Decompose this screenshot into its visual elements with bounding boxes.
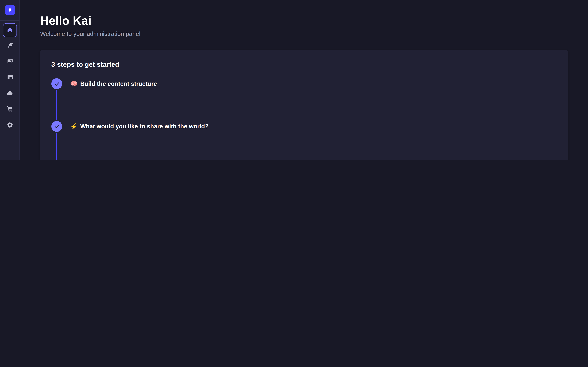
sidebar-item-deploy[interactable] [6, 89, 14, 97]
sidebar: KD [0, 0, 20, 160]
sidebar-item-settings[interactable] [6, 121, 14, 129]
page-title: Hello Kai [40, 14, 568, 27]
step-2-check-circle [52, 121, 62, 132]
cart-icon [6, 105, 14, 113]
step-1-label: 🧠Build the content structure [70, 80, 157, 88]
feather-icon [6, 42, 14, 49]
step-connector [56, 133, 57, 160]
gear-icon [6, 121, 14, 129]
strapi-admin-home: KD Hello Kai Welcome to your administrat… [0, 0, 588, 160]
lightning-emoji-icon: ⚡ [70, 123, 78, 130]
check-icon [54, 124, 60, 129]
sidebar-divider-top [0, 20, 19, 21]
sidebar-item-content-type-builder[interactable] [6, 73, 14, 81]
cloud-icon [6, 89, 14, 97]
step-1-check-circle [52, 78, 62, 89]
onboarding-panel: 3 steps to get started 🧠Build the conten… [40, 50, 568, 160]
sidebar-item-media-library[interactable] [6, 57, 14, 65]
page-subtitle: Welcome to your administration panel [40, 30, 568, 38]
main-content: Hello Kai Welcome to your administration… [20, 0, 588, 160]
sidebar-item-home[interactable] [3, 23, 17, 37]
sidebar-item-content-manager[interactable] [6, 42, 14, 50]
onboarding-title: 3 steps to get started [52, 61, 119, 68]
strapi-logo-icon [7, 7, 13, 13]
sidebar-item-marketplace[interactable] [6, 105, 14, 113]
step-2-label: ⚡What would you like to share with the w… [70, 123, 208, 131]
media-library-icon [6, 57, 14, 65]
layout-icon [6, 73, 14, 81]
check-icon [54, 81, 60, 86]
home-icon [6, 27, 14, 34]
strapi-logo[interactable] [5, 5, 15, 15]
brain-emoji-icon: 🧠 [70, 81, 78, 87]
step-connector [56, 90, 57, 120]
